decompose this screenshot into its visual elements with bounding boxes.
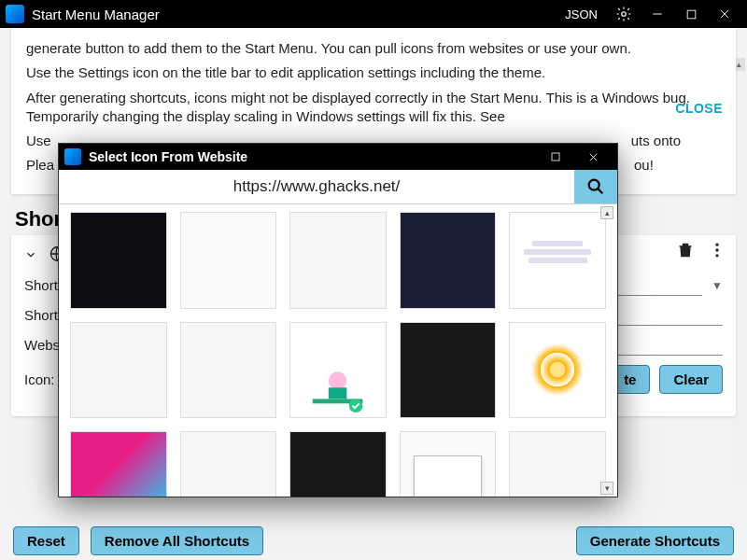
svg-point-5: [715, 254, 718, 257]
icon-thumb[interactable]: [70, 431, 167, 497]
search-icon: [585, 176, 606, 197]
json-button[interactable]: JSON: [559, 6, 603, 23]
svg-point-4: [715, 248, 718, 251]
grid-scroll-up[interactable]: ▴: [600, 206, 613, 219]
app-icon: [6, 5, 24, 23]
dialog-close-button[interactable]: [574, 145, 612, 169]
remove-all-button[interactable]: Remove All Shortcuts: [91, 526, 263, 555]
window-title: Start Menu Manager: [32, 7, 559, 22]
minimize-icon: [651, 7, 664, 21]
icon-thumb[interactable]: [180, 322, 277, 419]
clear-icon-button[interactable]: Clear: [659, 365, 723, 394]
icon-thumb[interactable]: [180, 212, 277, 309]
dropdown-icon[interactable]: ▼: [712, 279, 723, 292]
url-input[interactable]: [59, 170, 574, 203]
bottom-bar: Reset Remove All Shortcuts Generate Shor…: [0, 521, 747, 560]
shortcut-menu-button[interactable]: [708, 241, 726, 262]
search-button[interactable]: [574, 170, 617, 203]
icon-thumb[interactable]: [70, 322, 167, 419]
select-icon-dialog: Select Icon From Website ▴ ▾: [58, 143, 618, 497]
chevron-down-icon[interactable]: [24, 248, 37, 261]
dialog-title: Select Icon From Website: [89, 149, 537, 164]
icon-thumb[interactable]: [509, 322, 606, 419]
svg-point-0: [622, 12, 627, 17]
svg-point-3: [715, 243, 718, 245]
generate-shortcuts-button[interactable]: Generate Shortcuts: [576, 526, 734, 555]
maximize-icon: [685, 8, 698, 21]
reset-button[interactable]: Reset: [13, 526, 79, 555]
instructions-line: After generating shortcuts, icons might …: [26, 89, 721, 127]
grid-scroll-down[interactable]: ▾: [600, 482, 613, 495]
icon-thumb[interactable]: [509, 212, 606, 309]
window-close-button[interactable]: [708, 1, 741, 27]
icon-grid: [59, 204, 617, 497]
icon-thumb[interactable]: [400, 431, 497, 497]
svg-rect-10: [329, 388, 347, 399]
close-icon: [587, 151, 599, 163]
dialog-titlebar: Select Icon From Website: [59, 144, 617, 170]
dialog-maximize-button[interactable]: [537, 145, 574, 169]
svg-point-7: [589, 180, 599, 190]
icon-thumb[interactable]: [289, 431, 387, 497]
window-minimize-button[interactable]: [641, 1, 674, 27]
icon-thumb[interactable]: [289, 322, 387, 419]
person-at-desk-icon: [303, 360, 372, 417]
settings-button[interactable]: [607, 1, 641, 27]
icon-thumb[interactable]: [180, 431, 277, 497]
svg-rect-6: [552, 153, 559, 161]
url-search-bar: [59, 170, 617, 204]
close-icon: [718, 7, 731, 21]
dialog-app-icon: [64, 148, 81, 165]
gear-icon: [615, 6, 632, 22]
maximize-icon: [550, 151, 561, 162]
close-instructions-button[interactable]: CLOSE: [675, 101, 723, 116]
icon-thumb[interactable]: [70, 212, 167, 309]
window-maximize-button[interactable]: [674, 1, 708, 27]
icon-thumb[interactable]: [509, 431, 606, 497]
icon-thumb[interactable]: [400, 322, 497, 419]
icon-thumb[interactable]: [289, 212, 387, 309]
icon-grid-wrap: ▴ ▾: [59, 204, 617, 497]
instructions-line: Use the Settings icon on the title bar t…: [26, 63, 721, 82]
svg-point-9: [329, 371, 347, 390]
delete-shortcut-button[interactable]: [676, 241, 695, 262]
icon-thumb[interactable]: [400, 212, 497, 309]
instructions-line: generate button to add them to the Start…: [26, 39, 721, 58]
svg-rect-1: [687, 10, 696, 19]
window-titlebar: Start Menu Manager JSON: [0, 0, 747, 28]
